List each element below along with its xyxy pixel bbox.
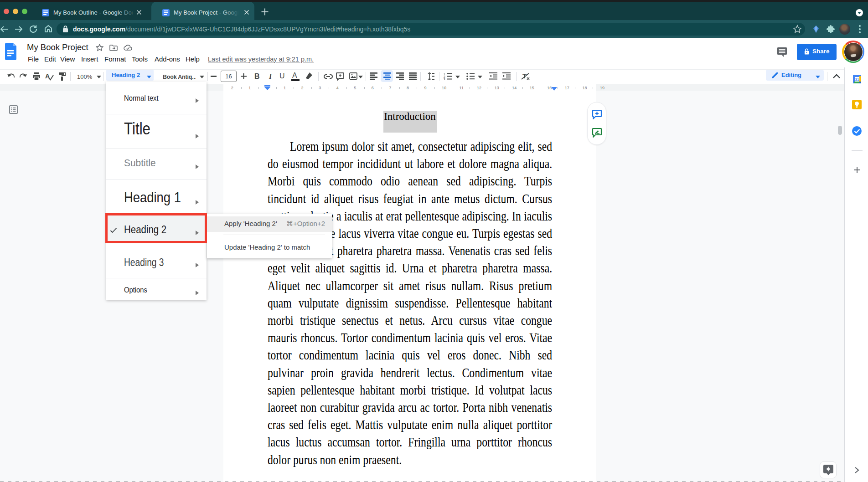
svg-text:31: 31 xyxy=(855,77,859,82)
svg-text:3: 3 xyxy=(444,78,445,80)
